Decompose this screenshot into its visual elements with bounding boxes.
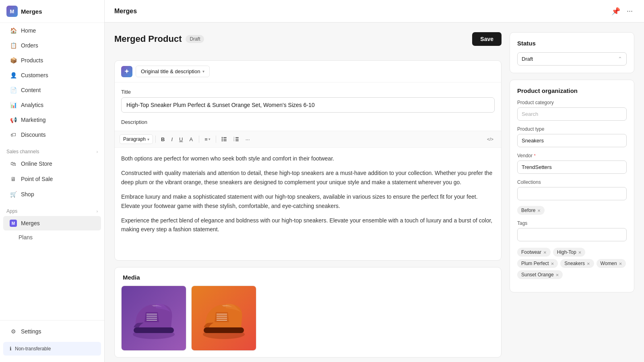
code-view-button[interactable]: </> [484,135,496,143]
underline-button[interactable]: U [176,135,186,144]
product-category-label: Product category [517,100,627,105]
ai-toolbar: Original title & description ▾ [115,61,501,82]
sidebar-label-home: Home [21,27,36,34]
merges-app-icon: M [10,220,17,227]
status-select[interactable]: Draft ⌃ [517,52,627,66]
tag-sunset-orange: Sunset Orange × [517,270,563,279]
tag-plum-perfect-remove[interactable]: × [551,261,554,266]
sidebar-item-orders[interactable]: 📋 Orders [3,38,101,53]
media-item-2[interactable] [191,286,256,351]
tag-sunset-orange-remove[interactable]: × [556,272,559,278]
sidebar-item-marketing[interactable]: 📢 Marketing [3,113,101,127]
media-title: Media [115,267,501,286]
vendor-label: Vendor * [517,153,627,158]
sidebar-label-online-store: Online Store [21,160,52,167]
sidebar-item-shop[interactable]: 🛒 Shop [3,187,101,202]
page-header: Merged Product Draft Save [114,32,502,46]
svg-rect-3 [223,137,227,138]
sidebar-item-customers[interactable]: 👤 Customers [3,68,101,82]
tag-high-top-remove[interactable]: × [578,250,582,255]
draft-badge: Draft [186,35,204,43]
tag-plum-perfect-label: Plum Perfect [521,261,549,266]
save-button[interactable]: Save [472,32,502,46]
ai-mode-dropdown[interactable]: Original title & description ▾ [136,66,210,77]
product-category-field: Product category [517,100,627,121]
orders-icon: 📋 [10,42,17,49]
tag-sunset-orange-label: Sunset Orange [521,272,554,278]
settings-icon: ⚙ [10,328,17,335]
collections-label: Collections [517,179,627,185]
text-color-button[interactable]: A [186,135,196,144]
collection-tag-before-remove[interactable]: × [537,208,541,213]
vendor-field: Vendor * [517,153,627,174]
sidebar-item-plans[interactable]: Plans [3,231,101,243]
tag-women-label: Women [601,261,617,266]
editor-para-1: Both options are perfect for women who s… [121,154,495,163]
bullet-list-button[interactable] [219,135,230,144]
left-column: Merged Product Draft Save Original title… [114,32,502,358]
bold-button[interactable]: B [158,135,167,144]
sidebar-item-merges[interactable]: M Merges [3,216,101,230]
product-category-input[interactable] [517,107,627,121]
collection-tag-before: Before × [517,206,545,215]
info-icon: ℹ [10,346,12,352]
media-item-1[interactable] [121,286,186,351]
tags-input[interactable] [517,228,627,241]
sidebar-item-settings[interactable]: ⚙ Settings [3,324,101,339]
more-format-button[interactable]: ··· [243,135,253,144]
orange-sneaker-svg [198,292,250,344]
sales-channels-chevron-icon: › [97,150,98,154]
sidebar: M Merges 🏠 Home 📋 Orders 📦 Products 👤 Cu… [0,0,105,362]
svg-rect-21 [204,327,244,333]
product-type-input[interactable] [517,134,627,147]
ai-dropdown-chevron-icon: ▾ [202,69,204,74]
tags-field: Tags Footwear × High-Top × Plum Perfect [517,220,627,279]
sidebar-label-content: Content [21,87,41,93]
topbar-title: Merges [114,8,137,15]
tag-sneakers-label: Sneakers [564,261,585,266]
svg-text:3.: 3. [233,140,235,142]
vendor-input[interactable] [517,160,627,174]
sidebar-item-products[interactable]: 📦 Products [3,53,101,68]
sidebar-item-online-store[interactable]: 🛍 Online Store [3,156,101,171]
page-title: Merged Product [114,34,182,44]
paragraph-dropdown[interactable]: Paragraph ▾ [120,134,153,144]
collections-field: Collections Before × [517,179,627,215]
ordered-list-icon: 1.2.3. [233,136,239,142]
sidebar-label-point-of-sale: Point of Sale [21,176,53,182]
sidebar-label-discounts: Discounts [21,132,45,138]
align-button[interactable]: ≡ ▾ [202,135,213,144]
ai-sparkle-icon [121,66,132,77]
italic-button[interactable]: I [168,135,175,144]
collections-tags: Before × [517,206,627,215]
svg-rect-13 [235,140,239,141]
pin-button[interactable]: 📌 [610,5,622,17]
sidebar-item-content[interactable]: 📄 Content [3,83,101,97]
sidebar-item-discounts[interactable]: 🏷 Discounts [3,128,101,142]
tag-sneakers-remove[interactable]: × [587,261,590,266]
more-button[interactable]: ··· [625,5,634,17]
non-transferable-notice: ℹ Non-transferable [3,342,101,356]
shop-icon: 🛒 [10,191,17,198]
ordered-list-button[interactable]: 1.2.3. [231,135,242,144]
media-thumb-1 [122,286,186,350]
product-org-card: Product organization Product category Pr… [510,80,634,292]
collections-input[interactable] [517,187,627,200]
title-input[interactable] [121,97,495,113]
page-content: Merged Product Draft Save Original title… [105,23,644,362]
tag-footwear-remove[interactable]: × [543,250,547,255]
editor-content[interactable]: Both options are perfect for women who s… [115,148,501,260]
products-icon: 📦 [10,57,17,64]
product-type-label: Product type [517,126,627,132]
vendor-required-indicator: * [534,153,535,158]
tag-footwear: Footwear × [517,248,551,257]
sidebar-item-point-of-sale[interactable]: 🖥 Point of Sale [3,172,101,186]
product-tags: Footwear × High-Top × Plum Perfect × S [517,248,627,279]
sidebar-item-analytics[interactable]: 📊 Analytics [3,98,101,112]
title-field-wrapper: Title [115,82,501,119]
tag-women-remove[interactable]: × [619,261,622,266]
sidebar-label-orders: Orders [21,42,38,49]
svg-rect-11 [235,139,239,140]
sidebar-item-home[interactable]: 🏠 Home [3,23,101,38]
media-card: Media [114,267,502,358]
